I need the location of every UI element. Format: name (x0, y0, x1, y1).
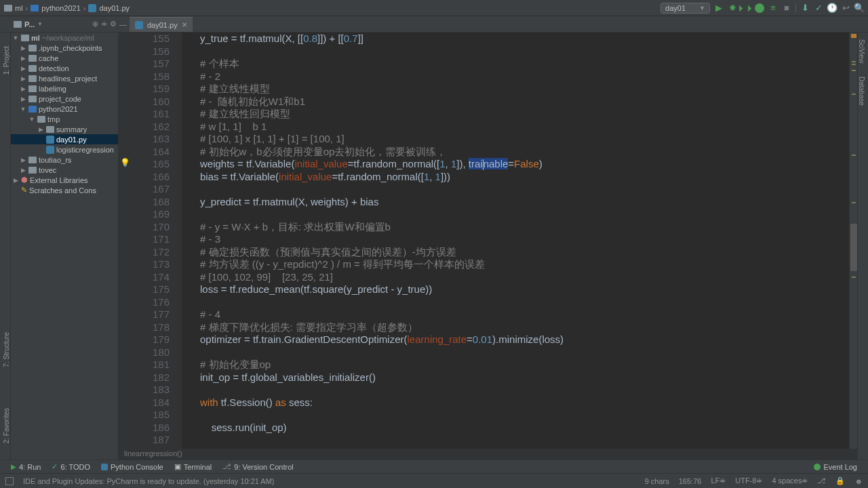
terminal-tab[interactable]: ▣Terminal (169, 462, 218, 471)
chevron-down-icon: ▼ (699, 5, 705, 12)
file-tab[interactable]: day01.py ✕ (130, 17, 193, 32)
gutter[interactable]: 1551561571581591601611621631641651661671… (131, 33, 182, 449)
python-file-icon (88, 4, 96, 12)
debug-button[interactable]: ✸ (728, 3, 737, 13)
history-icon[interactable]: 🕐 (827, 3, 837, 13)
todo-tool-tab[interactable]: ✓6: TODO (46, 462, 96, 471)
folder-icon (31, 5, 39, 12)
tool-windows-icon[interactable] (5, 477, 14, 485)
warning-marker[interactable] (851, 34, 856, 38)
tree-item[interactable]: ▶labelimg (11, 83, 118, 94)
tree-item[interactable]: ▶detection (11, 63, 118, 73)
breadcrumb: ml › python2021 › day01.py (4, 4, 660, 12)
run-config-dropdown[interactable]: day01▼ (660, 3, 710, 14)
tree-item[interactable]: ▶toutiao_rs (11, 155, 118, 165)
tab-label: day01.py (147, 21, 178, 29)
git-branch-icon[interactable]: ⎇ (817, 476, 826, 485)
revert-icon[interactable]: ↩ (841, 3, 850, 13)
tree-item[interactable]: ▼python2021 (11, 104, 118, 114)
external-libraries: ▶⬢External Libraries (11, 175, 118, 185)
search-icon[interactable]: 🔍 (854, 3, 864, 13)
run-coverage-button[interactable]: ⏵⏵ (741, 3, 751, 13)
status-message: IDE and Plugin Updates: PyCharm is ready… (23, 477, 275, 485)
scroll-from-source-icon[interactable]: ⊕ (92, 20, 98, 28)
breadcrumb-file[interactable]: day01.py (88, 4, 130, 12)
chevron-down-icon[interactable]: ▼ (37, 21, 43, 27)
tree-item[interactable]: ▼tmp (11, 114, 118, 124)
structure-tool-tab[interactable]: 7: Structure (0, 332, 10, 367)
status-indent[interactable]: 4 spaces≑ (772, 476, 808, 485)
tree-item[interactable]: ▶project_code (11, 94, 118, 104)
sciview-tool-tab[interactable]: SciView (858, 39, 868, 63)
tree-item[interactable]: ▶.ipynb_checkpoints (11, 43, 118, 53)
breadcrumb-function[interactable]: linearregression() (119, 449, 857, 460)
status-line-sep[interactable]: LF≑ (711, 476, 726, 485)
project-panel-label: P... (24, 20, 35, 28)
tree-item[interactable]: ▶headlines_project (11, 73, 118, 83)
status-chars: 9 chars (645, 477, 669, 485)
project-tree[interactable]: ▼ml ~/workspace/ml ▶.ipynb_checkpoints▶c… (11, 33, 119, 460)
run-button[interactable]: ▶ (714, 3, 724, 13)
scratches: ✎Scratches and Cons (11, 185, 118, 195)
collapse-icon[interactable]: ≑ (101, 20, 107, 28)
update-project-icon[interactable]: ⬇ (800, 3, 810, 13)
folder-icon (14, 21, 22, 28)
gear-icon[interactable]: ⚙ (110, 20, 117, 28)
folder-icon (21, 35, 29, 41)
tree-item[interactable]: ▶summary (11, 124, 118, 134)
project-root: ▼ml ~/workspace/ml (11, 33, 118, 43)
event-log-tab[interactable]: Event Log (808, 463, 863, 471)
code-editor[interactable]: y_true = tf.matmul(X, [[0.8]]) + [[0.7]]… (182, 33, 849, 449)
run-tool-tab[interactable]: ▶4: Run (5, 463, 46, 471)
tree-item[interactable]: ▶cache (11, 53, 118, 63)
hide-icon[interactable]: — (119, 20, 127, 28)
status-position[interactable]: 165:76 (679, 477, 702, 485)
database-tool-tab[interactable]: Database (858, 77, 868, 106)
scroll-thumb[interactable] (850, 224, 857, 271)
profile-button[interactable] (755, 3, 764, 13)
commit-icon[interactable]: ✓ (814, 3, 823, 13)
status-encoding[interactable]: UTF-8≑ (735, 476, 762, 485)
breadcrumb-folder[interactable]: python2021 (31, 4, 81, 12)
tree-item[interactable]: day01.py (11, 134, 118, 144)
concurrency-button[interactable]: ≡ (768, 3, 778, 13)
lock-icon[interactable]: 🔒 (835, 476, 845, 485)
tree-item[interactable]: logisticregression (11, 144, 118, 155)
close-icon[interactable]: ✕ (182, 21, 187, 28)
python-file-icon (135, 21, 143, 29)
tree-item[interactable]: ▶tovec (11, 165, 118, 175)
stop-button[interactable]: ■ (782, 3, 791, 13)
python-console-tab[interactable]: Python Console (96, 463, 169, 471)
breadcrumb-root[interactable]: ml (4, 4, 23, 12)
scrollbar[interactable] (849, 33, 857, 449)
folder-icon (4, 5, 12, 12)
project-tool-tab[interactable]: 1: Project (0, 46, 10, 75)
hektor-icon[interactable]: ☻ (854, 477, 863, 485)
favorites-tool-tab[interactable]: 2: Favorites (0, 408, 10, 443)
bulb-icon[interactable]: 💡 (119, 158, 131, 167)
vcs-tab[interactable]: ⎇9: Version Control (217, 462, 298, 471)
